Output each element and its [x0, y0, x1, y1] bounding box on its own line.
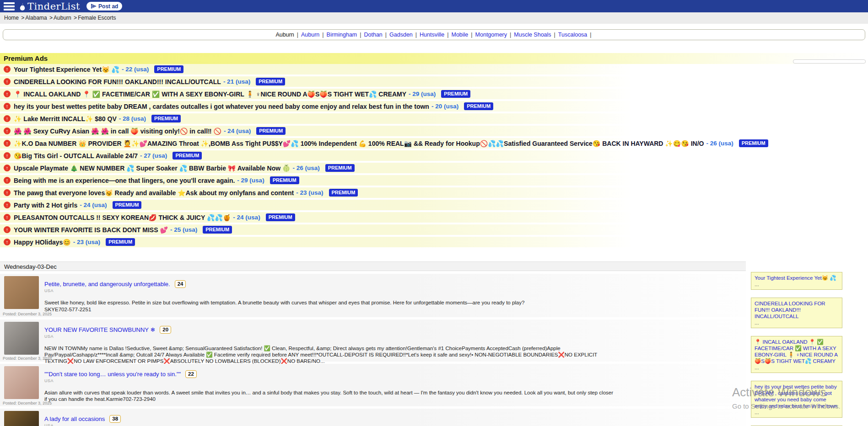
premium-ad-title[interactable]: hey its your best wettes petite baby DRE…	[14, 103, 429, 110]
listing-title-link[interactable]: A lady for all occasions	[44, 415, 105, 422]
listing-title-link[interactable]: ""Don't stare too long… unless you're re…	[44, 371, 181, 378]
listing-thumbnail[interactable]	[4, 322, 39, 355]
premium-ads-heading: Premium Ads	[0, 53, 868, 64]
premium-ad-meta: - 28 (usa)	[119, 115, 146, 122]
age-badge: 24	[175, 280, 186, 288]
sidebar-ad-text: 📍 INCALL OAKLAND 📍 ✅ FACETIME/CAR ✅ WITH…	[755, 339, 839, 364]
premium-ad-row: ↑PLEASANTON OUTCALLS !! SEXY KOREAN💋 THI…	[0, 212, 631, 223]
sidebar-ad-box[interactable]: CINDERELLA LOOKING FOR FUN!!! OAKLAND!!!…	[751, 298, 842, 328]
breadcrumb-item[interactable]: Home	[4, 15, 19, 21]
premium-badge: PREMIUM	[173, 152, 202, 160]
premium-badge: PREMIUM	[113, 201, 142, 209]
listing-thumbnail[interactable]	[4, 411, 39, 426]
premium-ad-title[interactable]: Being with me is an experience—one that …	[14, 177, 235, 184]
sidebar-ad-box[interactable]: 📍 INCALL OAKLAND 📍 ✅ FACETIME/CAR ✅ WITH…	[751, 336, 842, 373]
premium-ad-title[interactable]: Your Tightest Experience Yet😼 💦	[14, 66, 119, 73]
premium-ad-title[interactable]: CINDERELLA LOOKING FOR FUN!!! OAKLAND!!!…	[14, 78, 221, 85]
sidebar-ad-box[interactable]: Your Tightest Experience Yet😼 💦...	[751, 272, 842, 290]
premium-badge: PREMIUM	[154, 65, 183, 73]
premium-ad-title[interactable]: 📍 INCALL OAKLAND 📍 ✅ FACETIME/CAR ✅ WITH…	[14, 91, 406, 98]
city-link[interactable]: Auburn	[301, 32, 319, 38]
date-header: Wednesday-03-Dec	[0, 261, 746, 271]
premium-ad-meta: - 24 (usa)	[233, 214, 260, 221]
breadcrumb-separator: >	[72, 15, 77, 21]
premium-ad-title[interactable]: 🌺 🌺 Sexy CuRvy Asian 🌺 🌺 in call 🍑 visit…	[14, 128, 221, 135]
breadcrumb-separator: >	[48, 15, 53, 21]
premium-badge: PREMIUM	[441, 90, 470, 98]
age-badge: 38	[109, 415, 121, 423]
horizontal-scrollbar[interactable]	[793, 59, 866, 64]
city-separator: |	[415, 32, 417, 38]
premium-ad-title[interactable]: ✨ Lake Merritt INCALL✨ $80 QV	[14, 115, 117, 122]
listing-description: NEW IN TOWNMy name is Dallas !Seductive,…	[44, 345, 616, 364]
listing-location: USA	[44, 423, 746, 426]
premium-ad-row: ↑hey its your best wettes petite baby DR…	[0, 101, 631, 112]
city-link[interactable]: Gadsden	[389, 32, 413, 38]
city-link[interactable]: Birmingham	[327, 32, 357, 38]
sidebar-ad-text: Your Tightest Experience Yet😼 💦	[755, 275, 839, 281]
sidebar-ad-box[interactable]: hey its your best wettes petite baby DRE…	[751, 381, 842, 418]
city-link[interactable]: Huntsville	[420, 32, 444, 38]
premium-badge: PREMIUM	[329, 189, 358, 197]
bump-arrow-icon: ↑	[4, 214, 11, 221]
listing-title-row: YOUR NEW FAVORITE SNOWBUNNY ❄20	[44, 326, 746, 334]
city-separator: |	[554, 32, 555, 38]
bump-arrow-icon: ↑	[4, 239, 11, 245]
premium-ad-title[interactable]: Upscale Playmate 🎄 NEW NUMBER 💦 Super So…	[14, 165, 290, 172]
breadcrumb-item[interactable]: Female Escorts	[78, 15, 116, 21]
city-link[interactable]: Muscle Shoals	[514, 32, 551, 38]
city-link[interactable]: Montgomery	[475, 32, 507, 38]
premium-ad-row: ↑✨ Lake Merritt INCALL✨ $80 QV- 28 (usa)…	[0, 113, 631, 124]
posted-date: Posted: December 3, 2025	[3, 356, 52, 361]
city-current: Auburn	[275, 32, 294, 38]
city-link[interactable]: Tuscaloosa	[558, 32, 587, 38]
premium-badge: PREMIUM	[464, 102, 493, 110]
premium-ad-meta: - 23 (usa)	[73, 239, 100, 245]
listing-title-link[interactable]: Petite, brunette, and dangerously unforg…	[44, 281, 170, 288]
premium-badge: PREMIUM	[256, 127, 286, 135]
age-badge: 22	[185, 370, 197, 378]
menu-icon[interactable]	[4, 2, 15, 11]
premium-badge: PREMIUM	[256, 78, 285, 85]
premium-ad-row: ↑Party with 2 Hot girls- 24 (usa)PREMIUM	[0, 200, 631, 210]
top-navbar: TinderList Post ad	[0, 0, 868, 12]
premium-ad-title[interactable]: YOUR WINTER FAVORITE IS BACK DONT MISS 💕	[14, 226, 168, 234]
premium-ad-title[interactable]: The pawg that everyone loves😼 Ready and …	[14, 189, 294, 197]
listing-thumbnail[interactable]	[4, 366, 39, 399]
city-link[interactable]: Dothan	[364, 32, 383, 38]
breadcrumb-item[interactable]: Alabama	[25, 15, 47, 21]
premium-ad-title[interactable]: PLEASANTON OUTCALLS !! SEXY KOREAN💋 THIC…	[14, 214, 231, 221]
premium-ad-meta: - 26 (usa)	[706, 140, 733, 147]
listing-title-row: A lady for all occasions38	[44, 415, 746, 423]
listing-description-line: SKYE702-577-2251	[44, 306, 616, 313]
premium-badge: PREMIUM	[325, 164, 355, 172]
send-icon	[91, 3, 97, 9]
listing-location: USA	[44, 334, 746, 339]
listing-title-link[interactable]: YOUR NEW FAVORITE SNOWBUNNY ❄	[44, 326, 155, 333]
premium-ad-title[interactable]: ✨K.O Daa NUMBER 👑 PROVIDER 💆✨💕AMAZING Th…	[14, 140, 704, 147]
premium-ad-title[interactable]: Party with 2 Hot girls	[14, 202, 77, 209]
premium-badge: PREMIUM	[270, 176, 299, 184]
premium-ad-meta: - 24 (usa)	[224, 128, 251, 134]
listing-row: Posted: December 3, 2025Petite, brunette…	[0, 274, 746, 317]
bump-arrow-icon: ↑	[4, 177, 11, 184]
listing-description: Sweet like honey, bold like espresso. Pe…	[44, 299, 616, 313]
premium-badge: PREMIUM	[266, 213, 295, 221]
premium-ad-title[interactable]: Happy HOlidays😊	[14, 239, 71, 246]
premium-ad-title[interactable]: 😘Big Tits Girl - OUTCALL Available 24/7	[14, 152, 138, 160]
sidebar-ad-text: CINDERELLA LOOKING FOR FUN!!! OAKLAND!!!…	[755, 300, 839, 320]
sidebar-ad-more: ...	[755, 282, 839, 287]
post-ad-button[interactable]: Post ad	[86, 2, 122, 11]
listing-title-row: Petite, brunette, and dangerously unforg…	[44, 280, 746, 288]
city-nav: Auburn|Auburn|Birmingham|Dothan|Gadsden|…	[3, 29, 865, 40]
sidebar-ad-more: ...	[755, 320, 839, 325]
brand-logo[interactable]: TinderList	[18, 1, 80, 12]
premium-ad-meta: - 21 (usa)	[223, 78, 250, 85]
breadcrumb-item[interactable]: Auburn	[54, 15, 71, 21]
listings: Posted: December 3, 2025Petite, brunette…	[0, 274, 868, 426]
bump-arrow-icon: ↑	[4, 202, 11, 208]
listing-thumbnail[interactable]	[4, 276, 39, 309]
bump-arrow-icon: ↑	[4, 91, 11, 97]
bump-arrow-icon: ↑	[4, 128, 11, 134]
city-link[interactable]: Mobile	[451, 32, 468, 38]
